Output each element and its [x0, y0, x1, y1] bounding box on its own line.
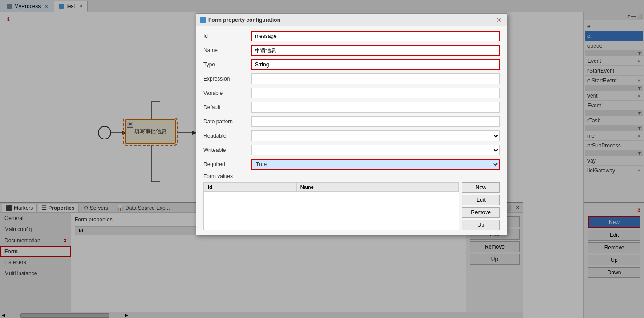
form-values-buttons: New Edit Remove Up — [462, 182, 500, 230]
field-readable-select[interactable]: True False — [251, 130, 500, 141]
modal-title: Form property configuration — [200, 17, 280, 23]
field-default-row: Default — [203, 102, 500, 113]
field-datepattern-input[interactable] — [251, 116, 500, 127]
field-id-label: Id — [203, 33, 248, 39]
field-required-select[interactable]: True False — [251, 159, 500, 170]
form-values-title: Form values — [203, 173, 500, 179]
fv-remove-button[interactable]: Remove — [462, 207, 500, 218]
field-name-label: Name — [203, 47, 248, 53]
field-expression-row: Expression — [203, 73, 500, 84]
modal-body: Id Name Type Expression Variable Default — [196, 26, 507, 235]
field-variable-row: Variable — [203, 88, 500, 98]
field-writeable-select[interactable]: True False — [251, 145, 500, 155]
form-values-section: Form values Id Name New — [203, 173, 500, 230]
field-expression-input[interactable] — [251, 73, 500, 84]
field-type-row: Type — [203, 59, 500, 70]
fv-col-id: Id — [204, 183, 297, 192]
form-values-table: Id Name — [203, 182, 459, 230]
field-default-label: Default — [203, 104, 248, 110]
field-variable-input[interactable] — [251, 88, 500, 98]
modal-titlebar: Form property configuration ✕ — [196, 14, 507, 26]
form-property-modal: Form property configuration ✕ Id Name Ty… — [196, 13, 507, 235]
fv-new-button[interactable]: New — [462, 182, 500, 193]
field-writeable-label: Writeable — [203, 147, 248, 153]
field-readable-row: Readable True False — [203, 130, 500, 141]
modal-title-icon — [200, 17, 206, 23]
fv-up-button[interactable]: Up — [462, 220, 500, 230]
field-datepattern-label: Date pattern — [203, 118, 248, 125]
field-expression-label: Expression — [203, 76, 248, 82]
field-required-row: Required True False — [203, 159, 500, 170]
field-readable-label: Readable — [203, 133, 248, 139]
field-datepattern-row: Date pattern — [203, 116, 500, 127]
field-name-row: Name — [203, 45, 500, 56]
field-name-input[interactable] — [251, 45, 500, 56]
fv-col-name: Name — [296, 183, 458, 192]
modal-title-text: Form property configuration — [208, 17, 280, 23]
modal-close-button[interactable]: ✕ — [494, 16, 503, 24]
fv-table: Id Name — [204, 183, 459, 227]
form-values-content: Id Name New Edit Remove Up — [203, 182, 500, 230]
field-variable-label: Variable — [203, 90, 248, 96]
field-writeable-row: Writeable True False — [203, 145, 500, 155]
field-type-input[interactable] — [251, 59, 500, 70]
fv-edit-button[interactable]: Edit — [462, 195, 500, 205]
fv-tbody — [204, 192, 459, 227]
field-type-label: Type — [203, 61, 248, 68]
field-default-input[interactable] — [251, 102, 500, 113]
field-required-label: Required — [203, 161, 248, 167]
field-id-row: Id — [203, 31, 500, 41]
field-id-input[interactable] — [251, 31, 500, 41]
